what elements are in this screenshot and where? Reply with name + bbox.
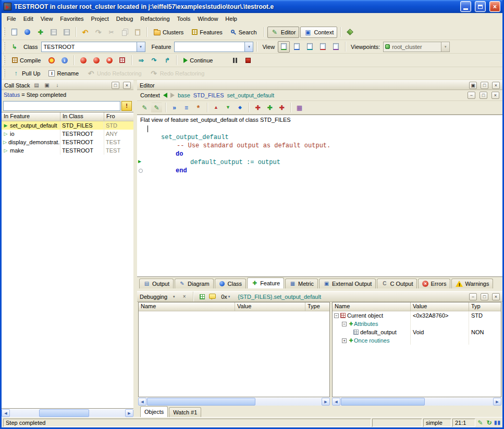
view-flat-button[interactable]: [304, 41, 316, 53]
tree-row-default-output[interactable]: default_output Void NON: [333, 328, 501, 336]
call-stack-row[interactable]: ▷display_demonstrat... TESTROOT TEST: [2, 138, 133, 146]
paste-button[interactable]: [131, 27, 143, 38]
collapse-icon[interactable]: −: [334, 313, 339, 318]
column-in-feature[interactable]: In Feature: [2, 112, 60, 121]
editor-tool-button[interactable]: ✎ Editor: [267, 27, 300, 38]
debugging-minimize-button[interactable]: −: [469, 293, 477, 300]
scroll-thumb[interactable]: [39, 409, 89, 417]
step-out-button[interactable]: ↱: [161, 55, 173, 66]
save-all-button[interactable]: [60, 27, 72, 38]
call-stack-close-button[interactable]: ×: [123, 82, 131, 89]
watch-column-type[interactable]: Type: [305, 302, 329, 311]
menu-edit[interactable]: Edit: [20, 14, 37, 23]
call-stack-row[interactable]: ▶set_output_default STD_FILES STD: [2, 121, 133, 130]
compile-button[interactable]: Compile: [8, 55, 44, 66]
step-into-button[interactable]: ⇒: [135, 55, 147, 66]
menu-view[interactable]: View: [37, 14, 57, 23]
titlebar[interactable]: TESTROOT in cluster root_cluster located…: [2, 0, 502, 13]
save-button[interactable]: [47, 27, 59, 38]
debugging-header[interactable]: Debugging ▾ × 0x ▾ {STD_FILES}.set_outpu…: [137, 291, 502, 302]
creators-view-button[interactable]: ✚: [276, 103, 287, 113]
context-maximize-button[interactable]: □: [480, 92, 487, 99]
debug-run-button[interactable]: [77, 55, 89, 66]
breadcrumb-class[interactable]: STD_FILES: [193, 92, 224, 98]
menu-tools[interactable]: Tools: [174, 14, 194, 23]
toolbar-grip[interactable]: [4, 56, 5, 65]
editor-float-button[interactable]: ▣: [469, 82, 477, 89]
tree-row-once-routines[interactable]: + ✚ Once routines: [333, 336, 501, 345]
objects-empty-area[interactable]: [333, 345, 501, 397]
editor-maximize-button[interactable]: □: [481, 82, 488, 89]
tab-external-output[interactable]: ▣External Output: [319, 279, 376, 288]
vertical-splitter[interactable]: [133, 80, 137, 417]
call-stack-hscrollbar[interactable]: ◀ ▶: [2, 409, 133, 417]
descendants-view-button[interactable]: ▼: [223, 103, 233, 113]
menu-help[interactable]: Help: [222, 14, 241, 23]
breadcrumb-feature[interactable]: set_output_default: [227, 92, 274, 98]
call-stack-row[interactable]: ▷io TESTROOT ANY: [2, 130, 133, 138]
editor-close-button[interactable]: ×: [492, 82, 500, 89]
clickable-view-button[interactable]: »: [169, 103, 180, 113]
scroll-thumb[interactable]: [147, 398, 255, 406]
tab-diagram[interactable]: ✎Diagram: [175, 279, 214, 288]
copy-button[interactable]: [118, 27, 130, 38]
close-button[interactable]: ×: [489, 1, 500, 12]
exception-input[interactable]: [3, 101, 120, 111]
view-clickable-button[interactable]: [291, 41, 303, 53]
collapse-icon[interactable]: −: [342, 322, 347, 326]
chevron-down-icon[interactable]: ▾: [244, 42, 253, 52]
call-stack-row[interactable]: ▷make TESTROOT TEST: [2, 146, 133, 155]
menu-project[interactable]: Project: [88, 14, 113, 23]
pull-up-button[interactable]: ↑ Pull Up: [8, 68, 44, 79]
ancestors-view-button[interactable]: ▲: [211, 103, 222, 113]
objects-column-type[interactable]: Typ: [469, 302, 501, 311]
exception-info-button[interactable]: !: [121, 101, 132, 111]
scroll-right-icon[interactable]: ▶: [322, 398, 330, 406]
objects-column-value[interactable]: Value: [411, 302, 469, 311]
undo-button[interactable]: ↶: [79, 27, 91, 38]
continue-button[interactable]: Continue: [180, 55, 216, 66]
hex-format-button[interactable]: 0x ▾: [219, 292, 232, 301]
debugging-close-button[interactable]: ×: [492, 293, 500, 300]
context-tool-button[interactable]: ▣ Context: [300, 27, 337, 38]
watch-column-name[interactable]: Name: [139, 302, 235, 311]
objects-column-name[interactable]: Name: [333, 302, 411, 311]
view-contract-button[interactable]: [317, 41, 329, 53]
assignments-view-button[interactable]: ≡: [181, 103, 192, 113]
tab-watch-1[interactable]: Watch #1: [169, 407, 201, 417]
scroll-right-icon[interactable]: ▶: [493, 398, 501, 406]
tab-output[interactable]: ▤Output: [139, 279, 174, 288]
cut-button[interactable]: ✂: [105, 27, 117, 38]
call-stack-header[interactable]: Call Stack ▤ ▣ ↓ □ ×: [2, 80, 133, 90]
toolbar-grip[interactable]: [4, 69, 5, 78]
flat-contract-view-button[interactable]: ◆: [235, 103, 245, 113]
call-stack-window-icon[interactable]: ▣: [43, 82, 51, 89]
tree-row-attributes[interactable]: − ✚ Attributes: [333, 320, 501, 328]
project-info-button[interactable]: i: [58, 55, 70, 66]
scroll-right-icon[interactable]: ▶: [125, 409, 133, 417]
menu-debug[interactable]: Debug: [113, 14, 137, 23]
back-icon[interactable]: [163, 93, 167, 98]
scroll-left-icon[interactable]: ◀: [138, 398, 146, 406]
viewpoints-combobox[interactable]: root_cluster ▾: [383, 42, 450, 52]
context-close-button[interactable]: ×: [491, 92, 499, 99]
comment-icon[interactable]: [208, 293, 216, 300]
new-window-button[interactable]: [8, 27, 20, 38]
tab-feature[interactable]: ✚Feature: [247, 277, 284, 288]
melt-button[interactable]: [45, 55, 57, 66]
diagram-tool-button[interactable]: [344, 27, 356, 38]
column-in-class[interactable]: In Class: [60, 112, 104, 121]
tab-errors[interactable]: ×Errors: [418, 279, 450, 288]
debugging-close-tool-icon[interactable]: ×: [180, 293, 188, 300]
clusters-button[interactable]: Clusters: [150, 27, 187, 38]
scroll-left-icon[interactable]: ◀: [332, 398, 340, 406]
class-combobox[interactable]: TESTROOT ▾: [41, 42, 145, 52]
callees-view-button[interactable]: ✚: [264, 103, 275, 113]
tree-row-current-object[interactable]: − Current object <0x32A8760> STD: [333, 311, 501, 320]
tab-warnings[interactable]: !Warnings: [451, 279, 493, 288]
open-file-button[interactable]: [21, 27, 33, 38]
column-from[interactable]: Fro: [104, 112, 133, 121]
exported-view-button[interactable]: ▦: [294, 103, 305, 113]
undo-refactoring-button[interactable]: ↶ Undo Refactoring: [83, 68, 145, 79]
menu-favorites[interactable]: Favorites: [56, 14, 87, 23]
